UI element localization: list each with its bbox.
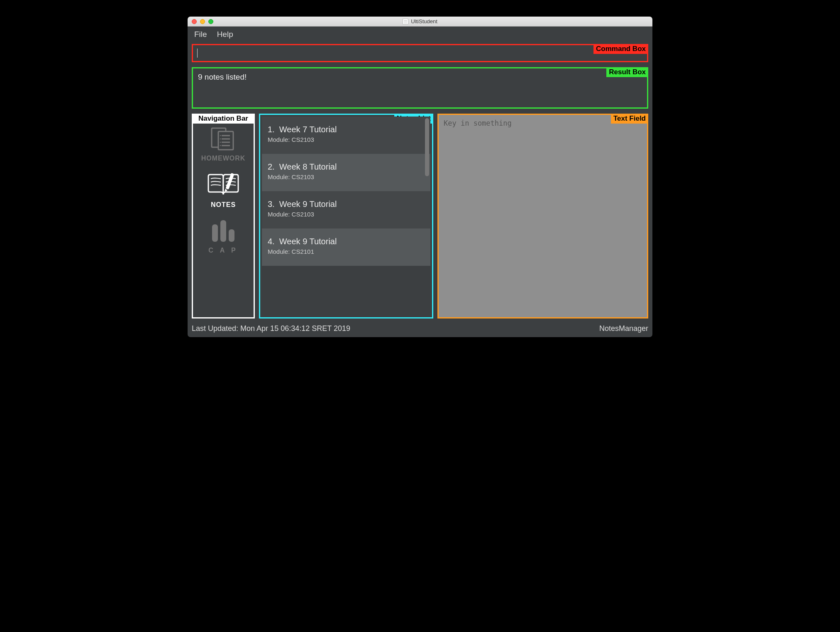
- zoom-icon[interactable]: [208, 19, 213, 24]
- window-title: UltiStudent: [411, 18, 437, 24]
- svg-point-7: [220, 139, 221, 139]
- status-last-updated: Last Updated: Mon Apr 15 06:34:12 SRET 2…: [192, 324, 350, 333]
- command-box-label: Command Box: [593, 44, 648, 54]
- scrollbar-thumb[interactable]: [425, 118, 429, 176]
- nav-item-homework[interactable]: HOMEWORK: [201, 126, 246, 162]
- note-title: 1. Week 7 Tutorial: [268, 125, 425, 134]
- notes-icon: [206, 172, 241, 198]
- navigation-bar-label: Navigation Bar: [192, 114, 255, 124]
- svg-point-8: [220, 142, 221, 143]
- close-icon[interactable]: [192, 19, 197, 24]
- svg-point-9: [220, 145, 221, 146]
- list-item[interactable]: 4. Week 9 Tutorial Module: CS2101: [262, 228, 430, 266]
- svg-rect-14: [229, 229, 234, 242]
- nav-item-notes[interactable]: NOTES: [206, 172, 241, 209]
- navigation-bar: Navigation Bar: [192, 114, 255, 318]
- nav-item-label: NOTES: [211, 201, 236, 209]
- note-module: Module: CS2103: [268, 173, 425, 180]
- command-box[interactable]: Command Box: [192, 44, 648, 62]
- document-icon: [403, 19, 408, 24]
- menubar: File Help: [188, 27, 652, 42]
- menu-help[interactable]: Help: [217, 30, 233, 39]
- svg-rect-13: [220, 220, 226, 242]
- result-box-label: Result Box: [606, 67, 648, 77]
- note-module: Module: CS2101: [268, 248, 425, 255]
- svg-point-6: [220, 135, 221, 136]
- notes-list: Notes List 1. Week 7 Tutorial Module: CS…: [259, 114, 433, 318]
- traffic-lights: [192, 19, 213, 24]
- menu-file[interactable]: File: [194, 30, 207, 39]
- app-window: UltiStudent File Help Command Box 9 note…: [188, 17, 652, 337]
- nav-item-label: C A P: [208, 247, 238, 254]
- nav-item-label: HOMEWORK: [201, 155, 246, 162]
- list-item[interactable]: 3. Week 9 Tutorial Module: CS2103: [262, 191, 430, 228]
- nav-item-cap[interactable]: C A P: [208, 219, 238, 254]
- homework-icon: [209, 126, 237, 151]
- note-module: Module: CS2103: [268, 211, 425, 218]
- text-field-label: Text Field: [611, 114, 648, 124]
- status-mode: NotesManager: [599, 324, 648, 333]
- command-input[interactable]: [198, 49, 643, 57]
- note-title: 3. Week 9 Tutorial: [268, 199, 425, 209]
- window-title-wrap: UltiStudent: [403, 18, 437, 24]
- result-box: 9 notes listed! Result Box: [192, 67, 648, 109]
- cap-icon: [209, 219, 238, 243]
- note-module: Module: CS2103: [268, 136, 425, 143]
- titlebar: UltiStudent: [188, 17, 652, 27]
- svg-rect-1: [218, 131, 233, 150]
- minimize-icon[interactable]: [200, 19, 205, 24]
- list-item[interactable]: 1. Week 7 Tutorial Module: CS2103: [262, 117, 430, 154]
- list-item[interactable]: 2. Week 8 Tutorial Module: CS2103: [262, 154, 430, 191]
- result-message: 9 notes listed!: [198, 73, 247, 81]
- note-title: 4. Week 9 Tutorial: [268, 237, 425, 246]
- text-field[interactable]: Text Field: [437, 114, 648, 318]
- svg-rect-12: [212, 224, 218, 242]
- note-title: 2. Week 8 Tutorial: [268, 162, 425, 172]
- notes-scroll[interactable]: 1. Week 7 Tutorial Module: CS2103 2. Wee…: [262, 117, 430, 316]
- content-row: Navigation Bar: [188, 111, 652, 322]
- text-field-input[interactable]: [444, 119, 642, 313]
- statusbar: Last Updated: Mon Apr 15 06:34:12 SRET 2…: [188, 322, 652, 337]
